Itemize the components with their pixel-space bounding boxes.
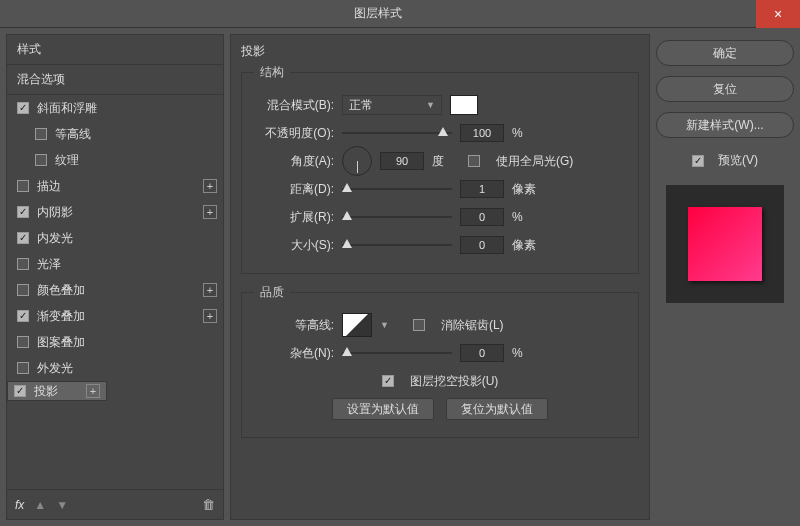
blend-options[interactable]: 混合选项 [7,65,223,95]
style-item-8[interactable]: 渐变叠加+ [7,303,223,329]
quality-legend: 品质 [254,284,290,301]
blend-mode-select[interactable]: 正常▼ [342,95,442,115]
add-instance-icon[interactable]: + [203,283,217,297]
style-checkbox[interactable] [17,102,29,114]
add-instance-icon[interactable]: + [203,309,217,323]
size-field[interactable] [460,236,504,254]
distance-slider[interactable] [342,182,452,196]
style-checkbox[interactable] [17,362,29,374]
styles-panel: 样式 混合选项 斜面和浮雕等高线纹理描边+内阴影+内发光光泽颜色叠加+渐变叠加+… [6,34,224,520]
add-instance-icon[interactable]: + [86,384,100,398]
antialias-label: 消除锯齿(L) [441,317,504,334]
global-light-checkbox[interactable] [468,155,480,167]
close-button[interactable]: × [756,0,800,28]
style-checkbox[interactable] [17,206,29,218]
new-style-button[interactable]: 新建样式(W)... [656,112,794,138]
blend-mode-label: 混合模式(B): [254,97,334,114]
cancel-button[interactable]: 复位 [656,76,794,102]
right-panel: 确定 复位 新建样式(W)... 预览(V) [656,34,794,520]
style-item-10[interactable]: 外发光 [7,355,223,381]
style-label: 投影 [34,383,86,400]
style-item-4[interactable]: 内阴影+ [7,199,223,225]
preview-swatch [688,207,762,281]
style-checkbox[interactable] [17,180,29,192]
style-checkbox[interactable] [17,336,29,348]
style-item-1[interactable]: 等高线 [7,121,223,147]
spread-unit: % [512,210,540,224]
noise-field[interactable] [460,344,504,362]
preview-checkbox[interactable] [692,155,704,167]
style-list: 斜面和浮雕等高线纹理描边+内阴影+内发光光泽颜色叠加+渐变叠加+图案叠加外发光投… [7,95,223,489]
window-title: 图层样式 [0,5,756,22]
preview-box [666,185,784,303]
opacity-slider[interactable] [342,126,452,140]
ok-button[interactable]: 确定 [656,40,794,66]
fx-menu[interactable]: fx [15,498,24,512]
style-label: 外发光 [37,360,217,377]
style-checkbox[interactable] [35,128,47,140]
move-up-icon[interactable]: ▲ [34,498,46,512]
style-item-5[interactable]: 内发光 [7,225,223,251]
style-checkbox[interactable] [17,232,29,244]
size-unit: 像素 [512,237,540,254]
style-item-11[interactable]: 投影+ [7,381,107,401]
style-label: 渐变叠加 [37,308,203,325]
contour-label: 等高线: [254,317,334,334]
noise-label: 杂色(N): [254,345,334,362]
add-instance-icon[interactable]: + [203,179,217,193]
settings-panel: 投影 结构 混合模式(B): 正常▼ 不透明度(O): % 角度(A): 度 使… [230,34,650,520]
size-slider[interactable] [342,238,452,252]
angle-label: 角度(A): [254,153,334,170]
style-item-0[interactable]: 斜面和浮雕 [7,95,223,121]
angle-unit: 度 [432,153,460,170]
style-checkbox[interactable] [17,258,29,270]
style-label: 内阴影 [37,204,203,221]
set-default-button[interactable]: 设置为默认值 [332,398,434,420]
opacity-field[interactable] [460,124,504,142]
style-item-3[interactable]: 描边+ [7,173,223,199]
opacity-unit: % [512,126,540,140]
style-item-9[interactable]: 图案叠加 [7,329,223,355]
contour-dropdown-icon[interactable]: ▼ [380,320,389,330]
style-checkbox[interactable] [17,310,29,322]
global-light-label: 使用全局光(G) [496,153,573,170]
distance-label: 距离(D): [254,181,334,198]
size-label: 大小(S): [254,237,334,254]
style-label: 图案叠加 [37,334,217,351]
knockout-label: 图层挖空投影(U) [410,373,499,390]
noise-slider[interactable] [342,346,452,360]
style-checkbox[interactable] [17,284,29,296]
add-instance-icon[interactable]: + [203,205,217,219]
noise-unit: % [512,346,540,360]
style-item-7[interactable]: 颜色叠加+ [7,277,223,303]
style-label: 纹理 [55,152,217,169]
spread-slider[interactable] [342,210,452,224]
knockout-checkbox[interactable] [382,375,394,387]
distance-unit: 像素 [512,181,540,198]
style-label: 颜色叠加 [37,282,203,299]
antialias-checkbox[interactable] [413,319,425,331]
distance-field[interactable] [460,180,504,198]
style-label: 等高线 [55,126,217,143]
style-item-6[interactable]: 光泽 [7,251,223,277]
style-label: 斜面和浮雕 [37,100,217,117]
angle-field[interactable] [380,152,424,170]
styles-header: 样式 [7,35,223,65]
move-down-icon[interactable]: ▼ [56,498,68,512]
opacity-label: 不透明度(O): [254,125,334,142]
style-checkbox[interactable] [14,385,26,397]
reset-default-button[interactable]: 复位为默认值 [446,398,548,420]
spread-field[interactable] [460,208,504,226]
color-swatch[interactable] [450,95,478,115]
angle-dial[interactable] [342,146,372,176]
trash-icon[interactable]: 🗑 [202,497,215,512]
style-item-2[interactable]: 纹理 [7,147,223,173]
spread-label: 扩展(R): [254,209,334,226]
style-label: 描边 [37,178,203,195]
style-checkbox[interactable] [35,154,47,166]
effect-title: 投影 [241,43,639,60]
structure-group: 结构 混合模式(B): 正常▼ 不透明度(O): % 角度(A): 度 使用全局… [241,64,639,274]
contour-picker[interactable] [342,313,372,337]
preview-label: 预览(V) [718,152,758,169]
style-label: 光泽 [37,256,217,273]
